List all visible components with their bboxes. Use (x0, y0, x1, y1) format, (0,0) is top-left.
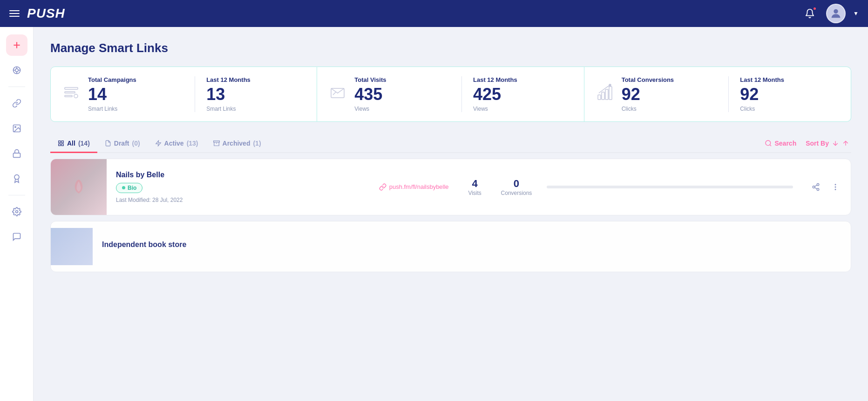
svg-point-42 (835, 187, 836, 187)
svg-point-37 (813, 186, 815, 188)
svg-rect-14 (65, 87, 78, 89)
sidebar-item-links[interactable] (6, 93, 27, 114)
notifications-button[interactable] (801, 5, 819, 22)
tabs-row: All (14) Draft (0) Active (13) Archived … (50, 135, 851, 153)
sidebar-divider (8, 87, 25, 87)
svg-point-43 (835, 189, 836, 190)
svg-line-33 (770, 145, 771, 146)
link-conversions-label-0: Conversions (501, 190, 532, 196)
stat-last12-visits: Last 12 Months 425 Views (461, 76, 573, 112)
tab-active[interactable]: Active (13) (148, 135, 206, 153)
stat-value-conversions-12m: 92 (740, 85, 840, 104)
tab-all[interactable]: All (14) (50, 135, 97, 153)
stat-last12-conversions: Last 12 Months 92 Clicks (728, 76, 840, 112)
stat-sub-campaigns: Smart Links (88, 106, 187, 112)
link-list: Nails by Belle Bio Last Modified: 28 Jul… (50, 159, 851, 272)
avatar[interactable] (826, 4, 846, 23)
stat-last12-campaigns: Last 12 Months 13 Smart Links (195, 76, 305, 112)
link-modified-0: Last Modified: 28 Jul, 2022 (116, 197, 362, 203)
campaigns-icon (62, 84, 81, 104)
svg-point-17 (74, 94, 78, 98)
main-content: Manage Smart Links Total Campaigns 14 Sm… (34, 27, 868, 401)
sidebar-item-security[interactable] (6, 143, 27, 164)
svg-rect-23 (609, 87, 612, 100)
sidebar-item-media[interactable] (6, 118, 27, 139)
stat-total-campaigns: Total Campaigns 14 Smart Links (88, 76, 187, 112)
stat-card-campaigns: Total Campaigns 14 Smart Links Last 12 M… (50, 67, 317, 122)
svg-point-13 (15, 211, 18, 213)
link-url-text-0: push.fm/fl/nailsbybelle (389, 183, 449, 190)
link-info-1: Independent book store (93, 233, 851, 260)
menu-icon[interactable] (9, 10, 20, 17)
link-info-0: Nails by Belle Bio Last Modified: 28 Jul… (107, 163, 372, 211)
sidebar-item-add[interactable] (6, 34, 27, 56)
topnav: PUSH ▼ (0, 0, 868, 27)
tab-active-count: (13) (187, 140, 198, 147)
link-actions-0 (800, 172, 851, 202)
stat-title-conversions-12m: Last 12 Months (740, 76, 840, 83)
search-action[interactable]: Search (765, 140, 797, 147)
account-chevron-icon[interactable]: ▼ (853, 10, 859, 17)
svg-rect-15 (65, 92, 75, 93)
svg-point-32 (766, 140, 771, 146)
tab-draft-count: (0) (132, 140, 140, 147)
conversions-icon (596, 84, 614, 104)
link-card-0: Nails by Belle Bio Last Modified: 28 Jul… (50, 159, 851, 215)
link-badge-0: Bio (116, 183, 142, 193)
link-thumbnail-1 (51, 228, 93, 265)
link-name-0: Nails by Belle (116, 171, 362, 179)
link-conversions-0: 0 Conversions (494, 170, 540, 204)
sidebar-item-messages[interactable] (6, 226, 27, 247)
svg-rect-25 (59, 140, 61, 142)
sidebar-divider-2 (8, 195, 25, 195)
svg-rect-22 (605, 89, 608, 100)
link-thumbnail-0 (51, 159, 107, 215)
stat-sub-conversions: Clicks (622, 106, 721, 112)
topnav-right: ▼ (801, 4, 859, 23)
svg-point-0 (834, 9, 838, 13)
svg-point-36 (817, 183, 819, 186)
stat-value-visits: 435 (354, 85, 454, 104)
link-card-1: Independent book store (50, 221, 851, 272)
svg-line-19 (333, 92, 336, 95)
stat-title-visits: Total Visits (354, 76, 454, 83)
svg-line-40 (814, 185, 817, 186)
svg-rect-11 (13, 153, 20, 157)
tab-archived[interactable]: Archived (1) (206, 135, 269, 153)
tab-draft[interactable]: Draft (0) (97, 135, 148, 153)
svg-point-24 (609, 84, 611, 86)
sortby-action[interactable]: Sort By (806, 140, 849, 147)
sidebar-item-settings[interactable] (6, 201, 27, 222)
notification-dot (813, 7, 817, 11)
link-progress-bar-0 (539, 178, 800, 196)
stat-title-campaigns: Total Campaigns (88, 76, 187, 83)
tab-active-label: Active (164, 140, 184, 147)
link-conversions-value-0: 0 (501, 178, 532, 190)
stat-sub-campaigns-12m: Smart Links (206, 106, 305, 112)
svg-rect-27 (61, 144, 63, 146)
tab-archived-label: Archived (223, 140, 251, 147)
svg-rect-26 (61, 140, 63, 142)
svg-rect-20 (598, 95, 601, 100)
stat-sub-visits-12m: Views (473, 106, 573, 112)
sortby-label: Sort By (806, 140, 829, 147)
stat-title-conversions: Total Conversions (622, 76, 721, 83)
stat-value-conversions: 92 (622, 85, 721, 104)
stats-row: Total Campaigns 14 Smart Links Last 12 M… (50, 67, 851, 122)
svg-point-41 (835, 184, 836, 185)
share-button-0[interactable] (808, 179, 824, 195)
more-options-button-0[interactable] (827, 179, 843, 195)
tab-all-count: (14) (78, 140, 90, 147)
stat-sub-conversions-12m: Clicks (740, 106, 840, 112)
page-title: Manage Smart Links (50, 41, 851, 55)
stat-card-visits: Total Visits 435 Views Last 12 Months 42… (317, 67, 584, 122)
link-url-0[interactable]: push.fm/fl/nailsbybelle (372, 176, 456, 198)
link-visits-0: 4 Visits (456, 170, 494, 204)
sidebar-item-dashboard[interactable] (6, 60, 27, 81)
tab-draft-label: Draft (114, 140, 129, 147)
sidebar-item-awards[interactable] (6, 168, 27, 189)
stat-value-campaigns: 14 (88, 85, 187, 104)
stat-total-visits: Total Visits 435 Views (354, 76, 454, 112)
svg-rect-16 (65, 95, 72, 97)
svg-rect-30 (213, 140, 219, 142)
